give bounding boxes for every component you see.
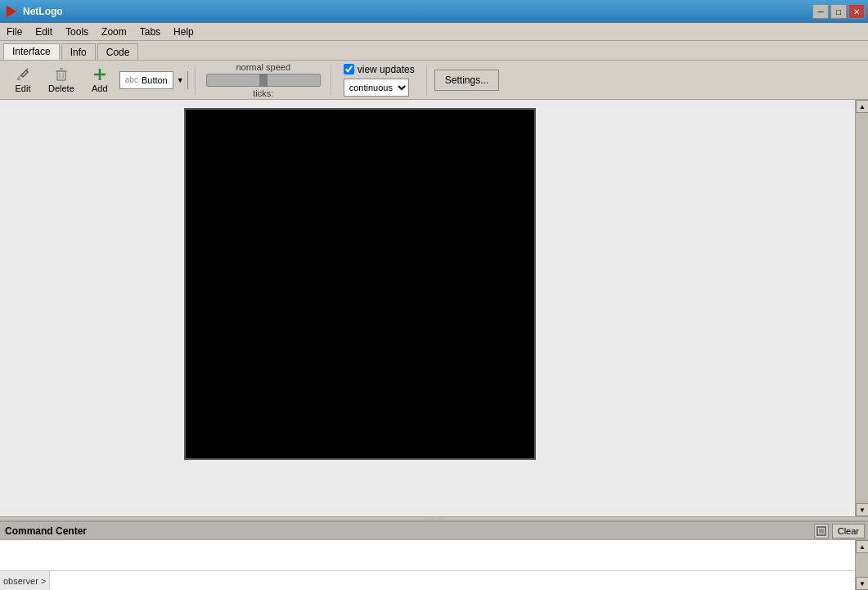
view-updates-label: view updates bbox=[358, 64, 415, 75]
title-bar-buttons: ─ □ ✕ bbox=[812, 4, 865, 19]
title-text: NetLogo bbox=[23, 6, 63, 17]
add-button[interactable]: Add bbox=[83, 64, 116, 97]
menu-tools[interactable]: Tools bbox=[59, 23, 95, 40]
edit-button[interactable]: Edit bbox=[7, 64, 39, 97]
canvas-area[interactable] bbox=[0, 100, 855, 516]
command-input[interactable] bbox=[50, 571, 855, 590]
menu-tabs[interactable]: Tabs bbox=[133, 23, 167, 40]
add-icon bbox=[90, 66, 110, 83]
delete-label: Delete bbox=[48, 83, 74, 93]
add-label: Add bbox=[92, 83, 108, 93]
tab-interface[interactable]: Interface bbox=[3, 43, 60, 60]
cc-scroll-down[interactable]: ▼ bbox=[856, 577, 868, 590]
separator-2 bbox=[331, 65, 332, 95]
simulation-canvas[interactable] bbox=[184, 108, 536, 460]
scroll-track[interactable] bbox=[856, 113, 868, 503]
widget-type-dropdown[interactable]: abc Button ▼ bbox=[119, 71, 188, 89]
delete-button[interactable]: Delete bbox=[43, 64, 80, 97]
view-updates-row: view updates bbox=[344, 64, 415, 75]
delete-icon bbox=[52, 66, 71, 83]
view-updates-area: view updates continuous on ticks bbox=[344, 64, 415, 97]
command-center: Command Center Clear observer > bbox=[0, 521, 868, 590]
svg-line-0 bbox=[18, 75, 21, 79]
ticks-label: ticks: bbox=[253, 88, 273, 98]
menu-bar: File Edit Tools Zoom Tabs Help bbox=[0, 23, 868, 41]
menu-file[interactable]: File bbox=[0, 23, 29, 40]
command-output[interactable] bbox=[0, 540, 855, 570]
svg-rect-3 bbox=[57, 71, 65, 80]
settings-button[interactable]: Settings... bbox=[434, 70, 499, 91]
separator-1 bbox=[195, 65, 196, 95]
widget-type-dropdown-arrow[interactable]: ▼ bbox=[173, 71, 187, 89]
edit-label: Edit bbox=[16, 83, 31, 93]
widget-type-text: Button bbox=[142, 75, 168, 85]
command-center-title: Command Center bbox=[5, 525, 87, 537]
observer-label: observer > bbox=[0, 571, 50, 590]
svg-line-1 bbox=[26, 69, 28, 70]
update-mode-select[interactable]: continuous on ticks bbox=[344, 79, 409, 97]
maximize-button[interactable]: □ bbox=[830, 4, 847, 19]
cc-scroll-track[interactable] bbox=[856, 553, 868, 577]
command-input-row: observer > bbox=[0, 570, 855, 590]
widget-type-prefix: abc bbox=[125, 75, 138, 84]
command-center-scrollbar[interactable]: ▲ ▼ bbox=[855, 540, 868, 590]
speed-slider[interactable] bbox=[206, 74, 321, 87]
separator-3 bbox=[426, 65, 428, 95]
scroll-up-button[interactable]: ▲ bbox=[856, 100, 868, 113]
command-center-header: Command Center Clear bbox=[0, 522, 868, 540]
title-bar: NetLogo ─ □ ✕ bbox=[0, 0, 868, 23]
speed-label: normal speed bbox=[236, 62, 290, 72]
tab-code[interactable]: Code bbox=[97, 43, 139, 60]
settings-label: Settings... bbox=[445, 74, 488, 86]
view-updates-checkbox[interactable] bbox=[344, 64, 354, 74]
scroll-down-button[interactable]: ▼ bbox=[856, 503, 868, 516]
widget-type-label: abc Button bbox=[120, 75, 173, 85]
tab-info[interactable]: Info bbox=[61, 43, 96, 60]
main-scrollbar[interactable]: ▲ ▼ bbox=[855, 100, 868, 516]
clear-label: Clear bbox=[838, 526, 859, 536]
command-center-icon-button[interactable] bbox=[814, 524, 829, 538]
menu-edit[interactable]: Edit bbox=[29, 23, 59, 40]
menu-zoom[interactable]: Zoom bbox=[95, 23, 133, 40]
command-center-controls: Clear bbox=[814, 524, 865, 538]
cc-scroll-up[interactable]: ▲ bbox=[856, 540, 868, 553]
tab-bar: Interface Info Code bbox=[0, 41, 868, 61]
edit-icon bbox=[13, 66, 33, 83]
minimize-button[interactable]: ─ bbox=[812, 4, 829, 19]
speed-control: normal speed ticks: bbox=[206, 62, 321, 98]
app-icon bbox=[5, 5, 18, 18]
title-bar-left: NetLogo bbox=[5, 5, 63, 18]
menu-help[interactable]: Help bbox=[167, 23, 200, 40]
clear-button[interactable]: Clear bbox=[832, 524, 865, 538]
toolbar: Edit Delete Add abc Button bbox=[0, 61, 868, 100]
main-content: ▲ ▼ bbox=[0, 100, 868, 516]
close-button[interactable]: ✕ bbox=[848, 4, 865, 19]
